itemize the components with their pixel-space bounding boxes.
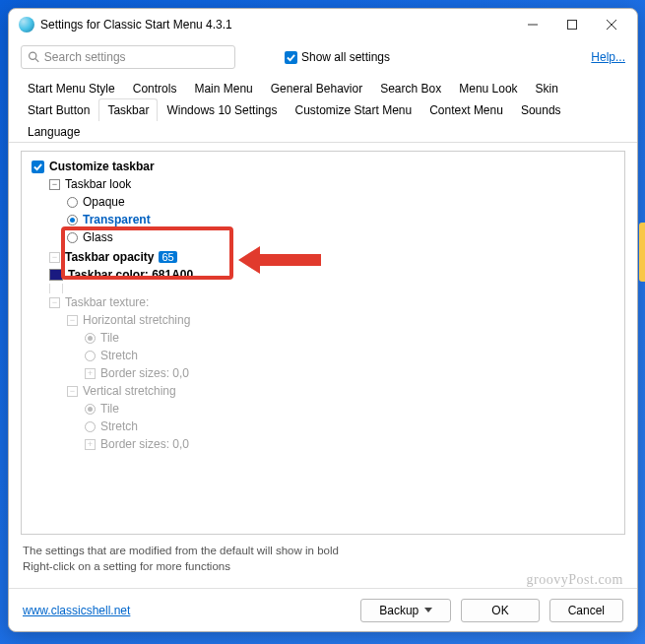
svg-rect-1 [568, 21, 577, 30]
texture-row[interactable]: − Taskbar texture: [49, 293, 614, 311]
color-label: Taskbar color: 681A00 [68, 268, 193, 282]
tab-general-behavior[interactable]: General Behavior [262, 77, 371, 99]
tab-controls[interactable]: Controls [124, 77, 186, 99]
settings-panel: Customize taskbar − Taskbar look Opaque … [21, 151, 625, 535]
svg-line-5 [35, 59, 38, 62]
v-tile-option: Tile [85, 400, 614, 418]
footer-note: The settings that are modified from the … [9, 541, 637, 576]
tab-start-menu-style[interactable]: Start Menu Style [19, 77, 124, 99]
text-color-row[interactable] [49, 284, 614, 293]
tab-taskbar[interactable]: Taskbar [98, 98, 158, 121]
radio-icon [85, 404, 96, 415]
tab-start-button[interactable]: Start Button [19, 98, 98, 121]
expand-icon: + [85, 368, 96, 379]
vstretch-row: −Vertical stretching [67, 382, 614, 400]
taskbar-look-label: Taskbar look [65, 177, 131, 191]
collapse-icon: − [49, 297, 60, 308]
collapse-icon: − [67, 386, 78, 397]
h-tile-option: Tile [85, 329, 614, 347]
ok-button[interactable]: OK [461, 599, 539, 622]
website-link[interactable]: www.classicshell.net [23, 604, 130, 617]
desktop-edge-icon [639, 223, 645, 282]
color-swatch[interactable] [49, 269, 63, 281]
opaque-option[interactable]: Opaque [67, 193, 614, 211]
svg-point-4 [30, 52, 36, 59]
hstretch-row: −Horizontal stretching [67, 311, 614, 329]
transparent-option[interactable]: Transparent [67, 211, 614, 228]
tab-main-menu[interactable]: Main Menu [185, 77, 261, 99]
opacity-row[interactable]: − Taskbar opacity 65 [49, 248, 614, 266]
minimize-button[interactable] [513, 11, 552, 38]
h-border-row: +Border sizes: 0,0 [85, 364, 614, 382]
glass-option[interactable]: Glass [67, 228, 614, 246]
chevron-down-icon [424, 608, 432, 612]
h-stretch-option: Stretch [85, 347, 614, 364]
color-row[interactable]: Taskbar color: 681A00 [49, 266, 614, 284]
radio-icon [85, 333, 96, 344]
show-all-settings[interactable]: Show all settings [285, 50, 390, 64]
tab-skin[interactable]: Skin [527, 77, 567, 99]
opacity-value[interactable]: 65 [159, 251, 176, 263]
search-row: Show all settings Help... [9, 40, 637, 74]
tab-language[interactable]: Language [19, 120, 89, 143]
customize-taskbar-row[interactable]: Customize taskbar [32, 158, 614, 175]
taskbar-look-row[interactable]: − Taskbar look [49, 175, 614, 193]
tab-windows10[interactable]: Windows 10 Settings [158, 98, 286, 121]
collapse-icon: − [49, 252, 60, 263]
checkbox-icon [32, 161, 44, 173]
radio-icon [67, 197, 78, 208]
expand-icon: + [85, 439, 96, 450]
tab-customize-start-menu[interactable]: Customize Start Menu [286, 98, 420, 121]
color-swatch [49, 284, 63, 293]
show-all-label: Show all settings [301, 50, 390, 64]
opacity-label: Taskbar opacity [65, 250, 154, 264]
footer-bar: www.classicshell.net Backup OK Cancel [9, 588, 637, 631]
close-button[interactable] [592, 11, 631, 38]
texture-label: Taskbar texture: [65, 295, 149, 309]
help-link[interactable]: Help... [591, 50, 625, 64]
tab-sounds[interactable]: Sounds [512, 98, 570, 121]
radio-icon [85, 421, 96, 432]
tab-search-box[interactable]: Search Box [371, 77, 450, 99]
settings-window: Settings for Classic Start Menu 4.3.1 Sh… [8, 8, 638, 632]
watermark: groovyPost.com [9, 572, 637, 588]
tab-menu-look[interactable]: Menu Look [450, 77, 526, 99]
radio-icon [85, 351, 96, 361]
search-icon [28, 50, 40, 64]
radio-icon [67, 215, 78, 225]
collapse-icon[interactable]: − [49, 179, 60, 190]
v-stretch-option: Stretch [85, 418, 614, 435]
collapse-icon: − [67, 315, 78, 326]
window-title: Settings for Classic Start Menu 4.3.1 [40, 18, 232, 32]
checkbox-icon [285, 51, 297, 64]
v-border-row: +Border sizes: 0,0 [85, 435, 614, 453]
app-icon [19, 17, 34, 32]
titlebar: Settings for Classic Start Menu 4.3.1 [9, 9, 637, 40]
tab-context-menu[interactable]: Context Menu [420, 98, 512, 121]
tabs: Start Menu Style Controls Main Menu Gene… [9, 74, 637, 143]
customize-taskbar-label: Customize taskbar [49, 160, 155, 173]
cancel-button[interactable]: Cancel [549, 599, 623, 622]
radio-icon [67, 232, 78, 243]
backup-button[interactable]: Backup [360, 599, 451, 622]
maximize-button[interactable] [552, 11, 592, 38]
search-wrap [21, 45, 235, 69]
search-input[interactable] [44, 50, 228, 64]
